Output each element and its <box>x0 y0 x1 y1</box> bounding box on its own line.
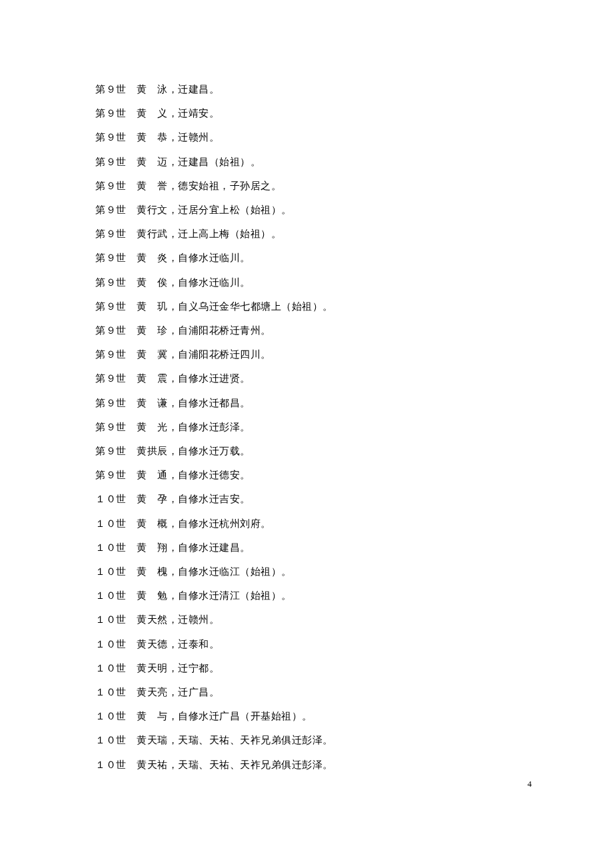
generation: １０世 <box>95 518 127 529</box>
generation: 第９世 <box>95 228 127 239</box>
description: 迁靖安。 <box>178 108 219 119</box>
genealogy-entry: 第９世 黄 誉，德安始祖，子孙居之。 <box>95 174 518 198</box>
generation: 第９世 <box>95 157 127 167</box>
person-name: 黄 珍 <box>137 325 168 336</box>
genealogy-entry: 第９世 黄 光，自修水迁彭泽。 <box>95 415 518 439</box>
genealogy-entry: １０世 黄 与，自修水迁广昌（开基始祖）。 <box>95 704 518 728</box>
person-name: 黄 迈 <box>137 157 168 167</box>
description: 自浦阳花桥迁青州。 <box>178 325 271 336</box>
genealogy-entry: １０世 黄天亮，迁广昌。 <box>95 680 518 704</box>
description: 天瑞、天祐、天祚兄弟俱迁彭泽。 <box>178 735 333 745</box>
generation: 第９世 <box>95 108 127 119</box>
genealogy-entry: １０世 黄天祐，天瑞、天祐、天祚兄弟俱迁彭泽。 <box>95 753 518 777</box>
person-name: 黄 通 <box>137 470 168 480</box>
person-name: 黄 誉 <box>137 181 168 191</box>
person-name: 黄 义 <box>137 108 168 119</box>
person-name: 黄 翔 <box>137 542 168 553</box>
generation: １０世 <box>95 735 127 745</box>
genealogy-entry: 第９世 黄 俟，自修水迁临川。 <box>95 270 518 294</box>
genealogy-entry: 第９世 黄 恭，迁赣州。 <box>95 125 518 149</box>
genealogy-entry: 第９世 黄 珍，自浦阳花桥迁青州。 <box>95 318 518 342</box>
genealogy-entry: １０世 黄 勉，自修水迁清江（始祖）。 <box>95 584 518 608</box>
person-name: 黄 冀 <box>137 349 168 360</box>
description: 自修水迁临川。 <box>178 252 251 263</box>
description: 自修水迁临川。 <box>178 277 251 288</box>
person-name: 黄行文 <box>137 205 168 215</box>
description: 天瑞、天祐、天祚兄弟俱迁彭泽。 <box>178 759 333 770</box>
person-name: 黄 与 <box>137 711 168 721</box>
description: 迁上高上梅（始祖）。 <box>178 228 281 239</box>
description: 自修水迁彭泽。 <box>178 422 251 432</box>
description: 自浦阳花桥迁四川。 <box>178 349 271 360</box>
description: 迁建昌。 <box>178 84 219 95</box>
person-name: 黄天瑞 <box>137 735 168 745</box>
genealogy-entry: １０世 黄天瑞，天瑞、天祐、天祚兄弟俱迁彭泽。 <box>95 728 518 752</box>
person-name: 黄 震 <box>137 373 168 384</box>
genealogy-entry: １０世 黄 孕，自修水迁吉安。 <box>95 487 518 511</box>
generation: 第９世 <box>95 373 127 384</box>
description: 迁赣州。 <box>178 614 219 625</box>
person-name: 黄 光 <box>137 422 168 432</box>
generation: １０世 <box>95 494 127 504</box>
generation: 第９世 <box>95 252 127 263</box>
description: 迁泰和。 <box>178 639 219 650</box>
description: 迁建昌（始祖）。 <box>178 157 261 167</box>
person-name: 黄行武 <box>137 228 168 239</box>
entry-list: 第９世 黄 泳，迁建昌。第９世 黄 义，迁靖安。第９世 黄 恭，迁赣州。第９世 … <box>95 77 518 777</box>
description: 自修水迁临江（始祖）。 <box>178 566 292 577</box>
generation: １０世 <box>95 711 127 721</box>
description: 德安始祖，子孙居之。 <box>178 181 281 191</box>
document-page: 第９世 黄 泳，迁建昌。第９世 黄 义，迁靖安。第９世 黄 恭，迁赣州。第９世 … <box>0 0 613 868</box>
genealogy-entry: 第９世 黄 义，迁靖安。 <box>95 101 518 125</box>
genealogy-entry: 第９世 黄 谦，自修水迁都昌。 <box>95 391 518 415</box>
genealogy-entry: １０世 黄 概，自修水迁杭州刘府。 <box>95 512 518 536</box>
generation: 第９世 <box>95 301 127 312</box>
generation: １０世 <box>95 759 127 770</box>
genealogy-entry: １０世 黄 翔，自修水迁建昌。 <box>95 536 518 560</box>
description: 自修水迁进贤。 <box>178 373 251 384</box>
person-name: 黄天德 <box>137 639 168 650</box>
description: 自修水迁建昌。 <box>178 542 251 553</box>
description: 迁赣州。 <box>178 132 219 143</box>
person-name: 黄天亮 <box>137 687 168 697</box>
genealogy-entry: 第９世 黄 玑，自义乌迁金华七都塘上（始祖）。 <box>95 294 518 318</box>
person-name: 黄天祐 <box>137 759 168 770</box>
description: 自修水迁杭州刘府。 <box>178 518 271 529</box>
description: 迁广昌。 <box>178 687 219 697</box>
person-name: 黄 俟 <box>137 277 168 288</box>
generation: 第９世 <box>95 84 127 95</box>
description: 自修水迁德安。 <box>178 470 251 480</box>
description: 自修水迁吉安。 <box>178 494 251 504</box>
genealogy-entry: 第９世 黄 炎，自修水迁临川。 <box>95 246 518 270</box>
description: 自义乌迁金华七都塘上（始祖）。 <box>178 301 333 312</box>
description: 自修水迁清江（始祖）。 <box>178 590 292 601</box>
genealogy-entry: 第９世 黄 迈，迁建昌（始祖）。 <box>95 150 518 174</box>
genealogy-entry: 第９世 黄行文，迁居分宜上松（始祖）。 <box>95 198 518 222</box>
generation: 第９世 <box>95 446 127 456</box>
generation: 第９世 <box>95 277 127 288</box>
genealogy-entry: 第９世 黄拱辰，自修水迁万载。 <box>95 439 518 463</box>
person-name: 黄 玑 <box>137 301 168 312</box>
person-name: 黄天明 <box>137 663 168 673</box>
person-name: 黄 孕 <box>137 494 168 504</box>
person-name: 黄拱辰 <box>137 446 168 456</box>
person-name: 黄 泳 <box>137 84 168 95</box>
generation: １０世 <box>95 687 127 697</box>
generation: １０世 <box>95 663 127 673</box>
description: 自修水迁广昌（开基始祖）。 <box>178 711 312 721</box>
person-name: 黄 谦 <box>137 398 168 408</box>
person-name: 黄天然 <box>137 614 168 625</box>
generation: １０世 <box>95 590 127 601</box>
page-number: 4 <box>528 779 532 789</box>
person-name: 黄 恭 <box>137 132 168 143</box>
generation: 第９世 <box>95 470 127 480</box>
generation: 第９世 <box>95 205 127 215</box>
generation: 第９世 <box>95 181 127 191</box>
genealogy-entry: 第９世 黄 泳，迁建昌。 <box>95 77 518 101</box>
person-name: 黄 槐 <box>137 566 168 577</box>
description: 迁居分宜上松（始祖）。 <box>178 205 292 215</box>
genealogy-entry: １０世 黄 槐，自修水迁临江（始祖）。 <box>95 560 518 584</box>
genealogy-entry: 第９世 黄 冀，自浦阳花桥迁四川。 <box>95 342 518 366</box>
generation: １０世 <box>95 614 127 625</box>
generation: 第９世 <box>95 349 127 360</box>
